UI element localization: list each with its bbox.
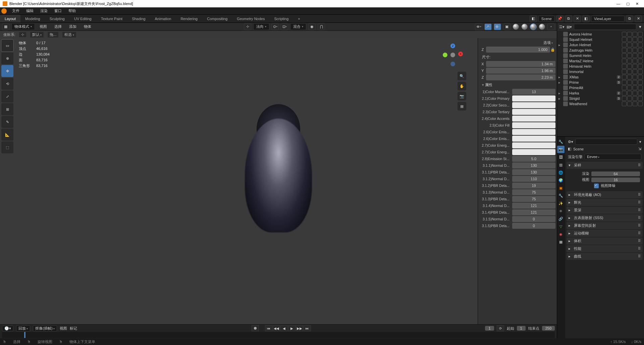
outliner-viewport-toggle[interactable] (633, 37, 637, 42)
timeline-editor-icon[interactable]: 🕐▾ (2, 326, 13, 331)
tab-shading[interactable]: Shading (127, 15, 150, 22)
color-swatch[interactable] (512, 116, 555, 122)
outliner-eye-toggle[interactable] (627, 32, 632, 37)
outliner-render-toggle[interactable] (638, 80, 643, 85)
dim-z-field[interactable]: 2.23 m (486, 74, 555, 80)
outliner-eye-toggle[interactable] (627, 85, 632, 90)
outliner-render-toggle[interactable] (638, 69, 643, 74)
proportional-curve-icon[interactable]: ⋂ (318, 23, 325, 30)
outliner-viewport-toggle[interactable] (633, 91, 637, 95)
nav-pan-icon[interactable]: ✋ (458, 82, 466, 90)
tool-transform[interactable]: ⊞ (1, 103, 13, 115)
tab-sculpting[interactable]: Sculpting (45, 15, 69, 22)
menu-render[interactable]: 渲染 (37, 8, 51, 13)
jump-end-button[interactable]: ⏭ (304, 325, 311, 331)
transform-z-field[interactable]: 1.000 (486, 47, 550, 53)
prop-tab-tool-icon[interactable]: 🔧 (557, 138, 565, 145)
outliner-eye-toggle[interactable] (627, 64, 632, 69)
timeline-marker[interactable]: 标记 (70, 326, 77, 331)
autokey-button[interactable] (252, 325, 259, 331)
timeline-view[interactable]: 视图 (60, 326, 67, 331)
coord-default-dropdown[interactable]: 默认 (30, 31, 44, 38)
menu-window[interactable]: 窗口 (51, 8, 65, 13)
tab-rendering[interactable]: Rendering (176, 15, 202, 22)
panel-header[interactable]: ▸环境光遮蔽 (AO)⠿ (567, 191, 643, 198)
outliner-exclude-toggle[interactable] (622, 43, 627, 47)
box-select-dropdown[interactable]: 框选 (62, 31, 76, 38)
outliner-row[interactable]: Immortal (558, 69, 643, 74)
outliner-row[interactable]: Summit Helm (558, 53, 643, 58)
outliner-exclude-toggle[interactable] (622, 96, 627, 101)
tool-cursor[interactable]: ⊕ (1, 52, 13, 64)
dim-x-field[interactable]: 1.34 m (486, 61, 555, 67)
color-swatch[interactable] (512, 109, 555, 115)
npanel-value-field[interactable]: 110 (512, 176, 555, 182)
outliner-eye-toggle[interactable] (627, 37, 632, 42)
gizmo-axis-neg-z[interactable] (450, 62, 455, 66)
outliner-mode-icon[interactable]: ☰▾ (559, 25, 565, 29)
outliner-exclude-toggle[interactable] (622, 80, 627, 85)
tab-compositing[interactable]: Compositing (202, 15, 232, 22)
outliner-row[interactable]: ▸Jotun Helmet (558, 42, 643, 48)
outliner-item-name[interactable]: Himavat Heln (569, 64, 621, 68)
panel-header[interactable]: ▸屏幕空间反射⠿ (567, 222, 643, 229)
outliner-exclude-toggle[interactable] (622, 53, 627, 58)
outliner-twisty[interactable]: ▸ (558, 96, 562, 101)
outliner-exclude-toggle[interactable] (622, 48, 627, 53)
close-button[interactable]: ✕ (636, 2, 639, 6)
panel-sampling-header[interactable]: ▾采样⠿ (567, 162, 643, 169)
outliner-row[interactable]: Weathered (558, 101, 643, 107)
npanel-value-field[interactable]: 75 (512, 189, 555, 195)
shading-rendered[interactable] (539, 24, 545, 30)
menu-help[interactable]: 帮助 (65, 8, 79, 13)
outliner-viewport-toggle[interactable] (633, 80, 637, 85)
proportional-edit-icon[interactable]: ◉ (308, 23, 316, 30)
tab-uv-editing[interactable]: UV Editing (69, 15, 96, 22)
scene-crumb[interactable]: Scene (573, 147, 584, 151)
panel-header[interactable]: ▸次表面散射 (SSS)⠿ (567, 214, 643, 221)
props-options-dd[interactable]: ▾ (639, 140, 641, 144)
viewport-samples-field[interactable]: 16 (591, 178, 640, 182)
blender-logo-icon[interactable] (1, 8, 7, 14)
prop-tab-modifier-icon[interactable]: 🔧 (557, 192, 565, 199)
props-search[interactable] (575, 139, 637, 145)
npanel-value-field[interactable]: 0 (512, 216, 555, 222)
outliner-exclude-toggle[interactable] (622, 64, 627, 69)
outliner-row[interactable]: ▸Strigid3 (558, 96, 643, 101)
color-swatch[interactable] (512, 149, 555, 155)
frame-range-icon[interactable]: ⟳ (497, 325, 504, 331)
tab-modeling[interactable]: Modeling (20, 15, 45, 22)
timeline-playback[interactable]: 回放 (16, 325, 30, 332)
outliner-exclude-toggle[interactable] (622, 37, 627, 42)
outliner-row[interactable]: MantaZ Helme (558, 58, 643, 64)
npanel-value-field[interactable]: 5.0 (512, 156, 555, 162)
outliner-render-toggle[interactable] (638, 101, 643, 106)
tool-annotate[interactable]: ✎ (1, 116, 13, 128)
outliner-row[interactable]: ▸Harka2 (558, 90, 643, 96)
outliner-viewport-toggle[interactable] (633, 53, 637, 58)
prop-tab-scene-icon[interactable]: 🌐 (557, 169, 565, 176)
tool-measure[interactable]: 📐 (1, 129, 13, 141)
outliner-twisty[interactable]: ▸ (558, 75, 562, 79)
jump-start-button[interactable]: ⏮ (265, 325, 272, 331)
outliner-eye-toggle[interactable] (627, 69, 632, 74)
prop-tab-render-icon[interactable]: 📷 (557, 146, 565, 153)
outliner-eye-toggle[interactable] (627, 101, 632, 106)
editor-type-icon[interactable]: ▦ (2, 23, 9, 30)
outliner-twisty[interactable]: ▸ (558, 43, 562, 47)
tool-scale[interactable]: ⤢ (1, 90, 13, 102)
drag-option[interactable]: 拖... (47, 31, 59, 38)
options-dropdown[interactable]: 选项 (479, 40, 555, 46)
outliner-render-toggle[interactable] (638, 59, 643, 63)
npanel-value-field[interactable]: 13 (512, 89, 555, 95)
coord-icon-button[interactable]: ⊹ (19, 32, 26, 38)
outliner-render-toggle[interactable] (638, 64, 643, 69)
npanel-value-field[interactable]: 130 (512, 169, 555, 175)
tab-animation[interactable]: Animation (150, 15, 176, 22)
xray-icon[interactable]: ▣ (503, 23, 511, 30)
nav-camera-icon[interactable]: 📷 (458, 92, 466, 100)
timeline-track[interactable] (2, 332, 555, 338)
pivot-icon[interactable]: ⊙ (271, 23, 279, 30)
outliner-search[interactable] (574, 24, 636, 30)
nav-gizmo[interactable]: Z X (439, 42, 466, 68)
